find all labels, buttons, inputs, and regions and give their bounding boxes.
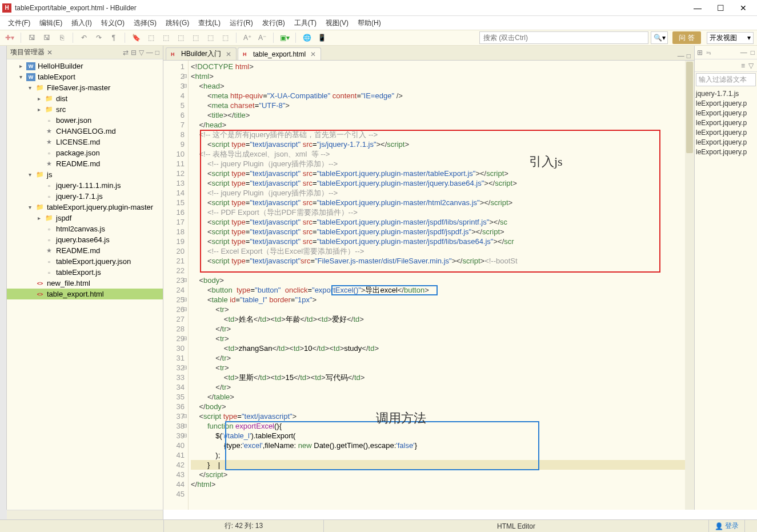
statusbar: 行: 42 列: 13 HTML Editor 👤登录 xyxy=(0,519,757,532)
menu-帮助(H)[interactable]: 帮助(H) xyxy=(353,17,386,29)
browser-icon[interactable]: 🌐 xyxy=(301,31,313,44)
tree-node[interactable]: ▫bower.json xyxy=(7,115,163,126)
tab-max-icon[interactable]: □ xyxy=(687,52,691,60)
menu-工具(T)[interactable]: 工具(T) xyxy=(290,17,321,29)
menu-查找(L)[interactable]: 查找(L) xyxy=(194,17,225,29)
copy-icon[interactable]: ⎘ xyxy=(55,31,68,44)
tree-node[interactable]: ▫jquery-1.11.1.min.js xyxy=(7,180,163,191)
tree-node[interactable]: ▫html2canvas.js xyxy=(7,223,163,234)
tb-icon-2[interactable]: ⬚ xyxy=(159,31,172,44)
font-inc-icon[interactable]: A⁺ xyxy=(241,31,254,44)
panel-min-icon[interactable]: — xyxy=(146,49,153,57)
tree-node[interactable]: ▫jquery.base64.js xyxy=(7,234,163,245)
redo-icon[interactable]: ↷ xyxy=(93,31,105,44)
maximize-button[interactable]: ☐ xyxy=(709,1,732,15)
panel-max-icon[interactable]: □ xyxy=(155,49,159,57)
menu-视图(V)[interactable]: 视图(V) xyxy=(321,17,353,29)
scrollbar-vertical[interactable] xyxy=(685,61,694,510)
save-icon[interactable]: 🖫 xyxy=(26,31,38,44)
device-icon[interactable]: 📱 xyxy=(315,31,328,44)
code-editor[interactable]: 12⊟3⊟4567891011121314151617181920212223⊟… xyxy=(163,61,694,510)
minimize-button[interactable]: — xyxy=(686,1,709,15)
panel-title: 项目管理器 xyxy=(10,47,45,57)
menu-编辑(E)[interactable]: 编辑(E) xyxy=(35,17,67,29)
outline-filter[interactable]: 输入过滤器文本 xyxy=(696,73,756,86)
outline-item[interactable]: leExport.jquery.p xyxy=(696,119,756,129)
tb-icon-4[interactable]: ⬚ xyxy=(189,31,202,44)
tree-node[interactable]: <>new_file.html xyxy=(7,278,163,289)
tab-close-icon[interactable]: ✕ xyxy=(226,50,231,58)
tb-icon-6[interactable]: ⬚ xyxy=(219,31,231,44)
tree-node[interactable]: ▸📁src xyxy=(7,104,163,115)
project-panel: 项目管理器 ✕ ⇄ ⊟ ▽ — □ ▸WHelloHBuilder▾Wtable… xyxy=(7,46,163,510)
run-icon[interactable]: ▣▾ xyxy=(278,31,291,44)
qa-button[interactable]: 问 答 xyxy=(672,31,701,44)
bookmark-icon[interactable]: 🔖 xyxy=(130,31,142,44)
tree-node[interactable]: <>table_export.html xyxy=(7,289,163,299)
project-tree[interactable]: ▸WHelloHBuilder▾WtableExport▾📁FileSaver.… xyxy=(7,59,163,510)
tab-min-icon[interactable]: — xyxy=(678,52,684,60)
outline-menu-icon[interactable]: ▽ xyxy=(748,62,754,70)
tree-node[interactable]: ▫tableExport.js xyxy=(7,267,163,278)
outline-min-icon[interactable]: — xyxy=(740,49,747,57)
panel-close-icon[interactable]: ✕ xyxy=(47,49,53,57)
tab-close-icon[interactable]: ✕ xyxy=(310,50,316,58)
tree-node[interactable]: ▫tableExport.jquery.json xyxy=(7,256,163,267)
outline-list-icon[interactable]: ≡ xyxy=(741,62,745,70)
outline-item[interactable]: jquery-1.7.1.js xyxy=(696,90,756,99)
view-select[interactable]: 开发视图▾ xyxy=(707,32,754,44)
outline-item[interactable]: leExport.jquery.p xyxy=(696,99,756,109)
search-input[interactable] xyxy=(480,34,648,42)
tree-node[interactable]: ▸📁dist xyxy=(7,93,163,104)
outline-tab-icon[interactable]: ⊞ xyxy=(697,49,703,57)
outline-item[interactable]: leExport.jquery.p xyxy=(696,138,756,148)
menu-发行(B)[interactable]: 发行(B) xyxy=(258,17,290,29)
outline-item[interactable]: leExport.jquery.p xyxy=(696,109,756,119)
tree-node[interactable]: ▫package.json xyxy=(7,147,163,158)
tree-node[interactable]: ★README.md xyxy=(7,245,163,256)
close-button[interactable]: ✕ xyxy=(732,1,755,15)
tree-node[interactable]: ▸📁jspdf xyxy=(7,213,163,223)
tb-icon-1[interactable]: ⬚ xyxy=(145,31,157,44)
menu-转义(O)[interactable]: 转义(O) xyxy=(97,17,129,29)
undo-icon[interactable]: ↶ xyxy=(78,31,90,44)
tb-icon-3[interactable]: ⬚ xyxy=(174,31,187,44)
panel-link-icon[interactable]: ⇄ xyxy=(123,49,129,57)
font-dec-icon[interactable]: A⁻ xyxy=(256,31,269,44)
editor-tab[interactable]: Htable_export.html✕ xyxy=(238,47,321,60)
search-button[interactable]: 🔍▾ xyxy=(651,31,668,44)
new-icon[interactable]: ✚▾ xyxy=(3,31,16,44)
tree-node[interactable]: ▸WHelloHBuilder xyxy=(7,61,163,71)
panel-menu-icon[interactable]: ▽ xyxy=(139,49,144,57)
menu-运行(R)[interactable]: 运行(R) xyxy=(225,17,258,29)
menu-插入(I)[interactable]: 插入(I) xyxy=(67,17,96,29)
tree-node[interactable]: ▾📁js xyxy=(7,169,163,180)
titlebar: H tableExport/table_export.html - HBuild… xyxy=(0,0,757,16)
login-button[interactable]: 👤登录 xyxy=(708,520,744,532)
menu-文件(F)[interactable]: 文件(F) xyxy=(3,17,35,29)
outline-arrow-icon[interactable]: »₁ xyxy=(706,50,711,55)
outline-item[interactable]: leExport.jquery.p xyxy=(696,148,756,158)
tree-node[interactable]: ▫jquery-1.7.1.js xyxy=(7,191,163,202)
app-logo: H xyxy=(2,3,11,13)
tb-icon-5[interactable]: ⬚ xyxy=(204,31,217,44)
panel-collapse-icon[interactable]: ⊟ xyxy=(131,49,137,57)
outline-item[interactable]: leExport.jquery.p xyxy=(696,129,756,138)
tree-node[interactable]: ★README.md xyxy=(7,158,163,169)
tree-node[interactable]: ▾WtableExport xyxy=(7,71,163,82)
menu-跳转(G)[interactable]: 跳转(G) xyxy=(161,17,194,29)
status-position: 行: 42 列: 13 xyxy=(163,520,323,532)
tree-node[interactable]: ▾📁tableExport.jquery.plugin-master xyxy=(7,202,163,213)
project-scrollbar-h[interactable] xyxy=(7,510,163,519)
tree-node[interactable]: ▾📁FileSaver.js-master xyxy=(7,82,163,93)
left-strip xyxy=(0,46,7,510)
tree-node[interactable]: ★LICENSE.md xyxy=(7,137,163,147)
search-box[interactable] xyxy=(479,31,648,44)
tree-node[interactable]: ★CHANGELOG.md xyxy=(7,126,163,137)
outline-panel: ⊞ »₁ — □ ≡▽ 输入过滤器文本 jquery-1.7.1.jsleExp… xyxy=(694,46,757,510)
menu-选择(S)[interactable]: 选择(S) xyxy=(129,17,161,29)
editor-tab[interactable]: HHBuilder入门✕ xyxy=(166,47,237,60)
outline-max-icon[interactable]: □ xyxy=(751,49,755,57)
save-all-icon[interactable]: 🖫 xyxy=(41,31,53,44)
format-icon[interactable]: ¶ xyxy=(107,31,120,44)
